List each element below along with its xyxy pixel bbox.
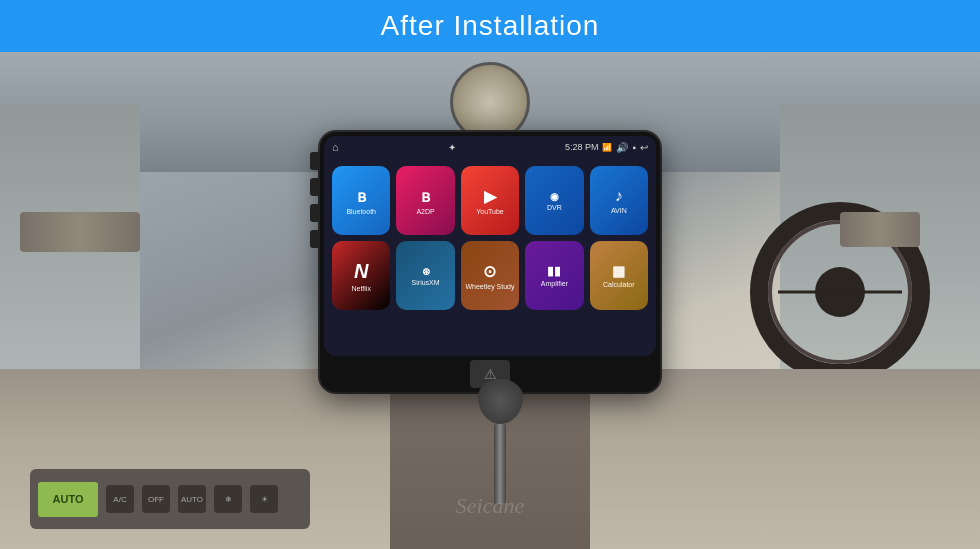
app-bluetooth-label: Bluetooth <box>346 208 376 215</box>
app-netflix[interactable]: N Netflix <box>332 241 390 310</box>
signal-icon: 📶 <box>602 143 612 152</box>
app-youtube-label: YouTube <box>476 208 504 215</box>
ac-display-text: AUTO <box>53 493 84 505</box>
status-time: 5:28 PM <box>565 142 599 152</box>
side-buttons <box>310 152 320 248</box>
netflix-icon: N <box>354 260 368 283</box>
temp-button[interactable]: ☀ <box>250 485 278 513</box>
gear-shaft <box>494 424 506 504</box>
app-dvr[interactable]: ◉ DVR <box>525 166 583 235</box>
app-a2dp[interactable]: ʙ A2DP <box>396 166 454 235</box>
status-icons: 5:28 PM 📶 🔊 ▪ ↩ <box>565 142 648 153</box>
app-wheetley-label: Wheetley Study <box>465 283 514 290</box>
off-button[interactable]: OFF <box>142 485 170 513</box>
back-icon[interactable]: ↩ <box>640 142 648 153</box>
temp-icon: ☀ <box>261 495 268 504</box>
vent-right <box>840 212 920 247</box>
app-wheetley[interactable]: ⊙ Wheetley Study <box>461 241 519 310</box>
app-amplifier[interactable]: ▮▮ Amplifier <box>525 241 583 310</box>
app-bluetooth[interactable]: ʙ Bluetooth <box>332 166 390 235</box>
amplifier-icon: ▮▮ <box>547 264 561 278</box>
ac-label: A/C <box>113 495 126 504</box>
header-title: After Installation <box>381 10 600 42</box>
ac-display: AUTO <box>38 482 98 517</box>
siriusxm-icon: ⊛ <box>422 266 430 277</box>
app-avin[interactable]: ♪ AVIN <box>590 166 648 235</box>
volume-down-button[interactable] <box>310 204 320 222</box>
apps-grid: ʙ Bluetooth ʙ A2DP ▶ YouTube ◉ DVR <box>324 158 656 318</box>
android-screen: ⌂ ✦ 5:28 PM 📶 🔊 ▪ ↩ ʙ Bluetooth <box>324 136 656 356</box>
left-panel <box>0 104 140 404</box>
ac-button[interactable]: A/C <box>106 485 134 513</box>
dvr-icon: ◉ <box>550 191 559 202</box>
nav-button[interactable] <box>310 230 320 248</box>
fan-button[interactable]: ❄ <box>214 485 242 513</box>
app-calculator-label: Calculator <box>603 281 635 288</box>
gear-head <box>478 379 523 424</box>
header-bar: After Installation <box>0 0 980 52</box>
battery-icon: ▪ <box>632 142 636 153</box>
app-siriusxm-label: SiriusXM <box>412 279 440 286</box>
auto-label: AUTO <box>181 495 203 504</box>
status-bar: ⌂ ✦ 5:28 PM 📶 🔊 ▪ ↩ <box>324 136 656 158</box>
car-interior: ⌂ ✦ 5:28 PM 📶 🔊 ▪ ↩ ʙ Bluetooth <box>0 52 980 549</box>
app-dvr-label: DVR <box>547 204 562 211</box>
bt-indicator: ✦ <box>448 142 456 153</box>
vent-left <box>20 212 140 252</box>
calculator-icon: ▦ <box>612 263 625 279</box>
volume-up-button[interactable] <box>310 178 320 196</box>
avin-icon: ♪ <box>615 187 623 205</box>
page-wrapper: After Installation <box>0 0 980 549</box>
ac-controls: AUTO A/C OFF AUTO ❄ ☀ <box>30 469 310 529</box>
home-icon[interactable]: ⌂ <box>332 141 339 153</box>
app-siriusxm[interactable]: ⊛ SiriusXM <box>396 241 454 310</box>
app-amplifier-label: Amplifier <box>541 280 568 287</box>
wheetley-icon: ⊙ <box>483 262 496 281</box>
gear-shift <box>470 379 530 499</box>
off-label: OFF <box>148 495 164 504</box>
power-button[interactable] <box>310 152 320 170</box>
center-android-unit: ⌂ ✦ 5:28 PM 📶 🔊 ▪ ↩ ʙ Bluetooth <box>320 132 660 392</box>
bluetooth-icon: ʙ <box>357 187 366 206</box>
app-a2dp-label: A2DP <box>416 208 434 215</box>
app-calculator[interactable]: ▦ Calculator <box>590 241 648 310</box>
volume-icon: 🔊 <box>616 142 628 153</box>
app-youtube[interactable]: ▶ YouTube <box>461 166 519 235</box>
fan-icon: ❄ <box>225 495 232 504</box>
a2dp-icon: ʙ <box>421 187 430 206</box>
youtube-icon: ▶ <box>484 187 496 206</box>
app-netflix-label: Netflix <box>351 285 370 292</box>
app-avin-label: AVIN <box>611 207 627 214</box>
speedometer-gauge <box>450 62 530 142</box>
auto-button[interactable]: AUTO <box>178 485 206 513</box>
